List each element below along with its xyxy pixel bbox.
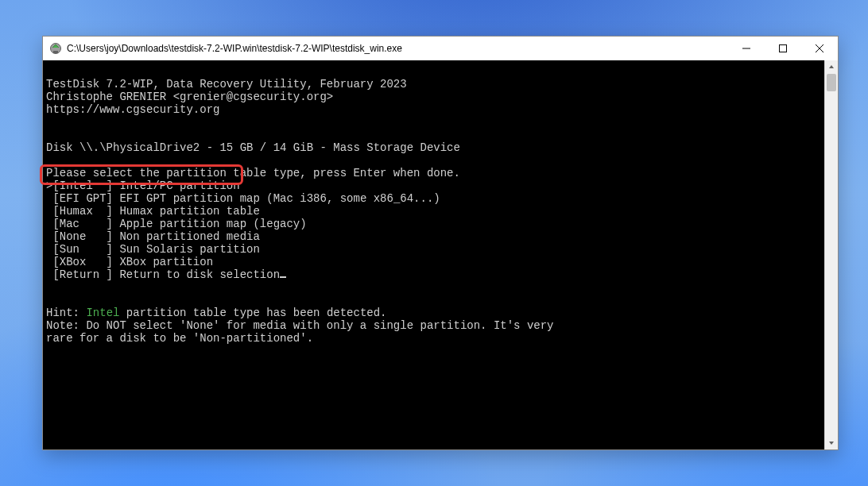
titlebar-left: C:\Users\joy\Downloads\testdisk-7.2-WIP.… <box>43 42 728 55</box>
vertical-scrollbar[interactable] <box>824 60 838 449</box>
svg-rect-1 <box>53 51 58 53</box>
app-icon <box>49 42 62 55</box>
close-button[interactable] <box>801 37 838 60</box>
scrollbar-thumb[interactable] <box>827 74 836 91</box>
svg-rect-3 <box>780 45 787 52</box>
scroll-down-button[interactable] <box>825 437 838 449</box>
menu-option-sun[interactable]: [Sun ] Sun Solaris partition <box>46 243 260 256</box>
disk-line: Disk \\.\PhysicalDrive2 - 15 GB / 14 GiB… <box>46 141 460 154</box>
menu-option-efigpt[interactable]: [EFI GPT] EFI GPT partition map (Mac i38… <box>46 192 440 205</box>
svg-marker-7 <box>829 442 834 445</box>
console-output[interactable]: TestDisk 7.2-WIP, Data Recovery Utility,… <box>43 60 825 449</box>
menu-option-none[interactable]: [None ] Non partitioned media <box>46 230 260 243</box>
header-line: TestDisk 7.2-WIP, Data Recovery Utility,… <box>46 78 407 91</box>
detected-type: Intel <box>86 307 119 319</box>
menu-option-intel[interactable]: >[Intel ] Intel/PC partition <box>46 179 240 192</box>
window-title: C:\Users\joy\Downloads\testdisk-7.2-WIP.… <box>67 43 402 54</box>
minimize-button[interactable] <box>728 37 765 60</box>
note-line: rare for a disk to be 'Non-partitioned'. <box>46 332 313 345</box>
menu-option-xbox[interactable]: [XBox ] XBox partition <box>46 256 213 268</box>
console-window: C:\Users\joy\Downloads\testdisk-7.2-WIP.… <box>42 36 839 450</box>
svg-marker-6 <box>829 65 834 68</box>
menu-option-mac[interactable]: [Mac ] Apple partition map (legacy) <box>46 218 307 230</box>
prompt-line: Please select the partition table type, … <box>46 167 460 179</box>
text-cursor-icon <box>280 276 286 278</box>
titlebar[interactable]: C:\Users\joy\Downloads\testdisk-7.2-WIP.… <box>43 37 838 61</box>
menu-option-return[interactable]: [Return ] Return to disk selection <box>46 268 286 281</box>
maximize-button[interactable] <box>765 37 801 60</box>
scroll-up-button[interactable] <box>825 60 838 73</box>
header-line: Christophe GRENIER <grenier@cgsecurity.o… <box>46 91 333 103</box>
note-line: Note: Do NOT select 'None' for media wit… <box>46 319 554 332</box>
hint-line: Hint: Intel partition table type has bee… <box>46 307 387 319</box>
header-line: https://www.cgsecurity.org <box>46 103 219 116</box>
menu-option-humax[interactable]: [Humax ] Humax partition table <box>46 205 260 218</box>
window-controls <box>728 37 838 60</box>
